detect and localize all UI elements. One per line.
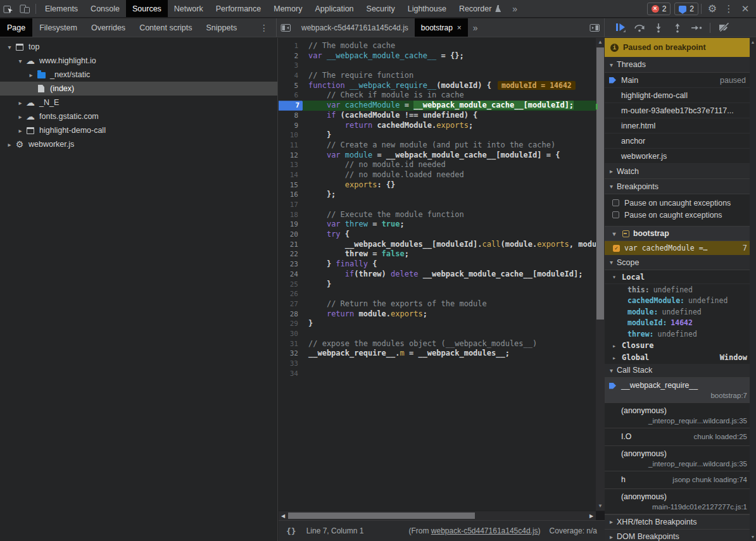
breakpoint-checkbox-icon[interactable]: ✓ <box>613 245 620 252</box>
gutter-line-3[interactable]: 3 <box>279 61 303 71</box>
editor-horizontal-scrollbar[interactable]: ◀ ▶ <box>279 511 605 520</box>
toolbar-tab-lighthouse[interactable]: Lighthouse <box>401 0 453 17</box>
twisty-right-icon[interactable]: ▸ <box>16 99 25 106</box>
step-out-button[interactable] <box>669 20 686 35</box>
toolbar-tab-performance[interactable]: Performance <box>210 0 268 17</box>
stack-frame-anonymous-interop-requir-wildcard-js-35[interactable]: (anonymous)_interop_requir...wildcard.js… <box>605 446 756 471</box>
gutter-line-11[interactable]: 11 <box>279 140 303 151</box>
gutter-line-1[interactable]: 1 <box>279 41 303 51</box>
kebab-menu-icon[interactable]: ⋮ <box>721 1 737 17</box>
twisty-right-icon[interactable]: ▸ <box>27 72 35 78</box>
gutter-line-14[interactable]: 14 <box>279 170 303 180</box>
tree-item-n-e[interactable]: ▸☁_N_E <box>0 96 277 109</box>
checkbox-icon[interactable] <box>612 211 619 218</box>
thread-highlight-demo-call[interactable]: highlight-demo-call <box>605 88 756 103</box>
toolbar-tab-memory[interactable]: Memory <box>267 0 308 17</box>
toolbar-tab-elements[interactable]: Elements <box>39 0 84 17</box>
gutter-line-8[interactable]: 8 <box>279 111 303 121</box>
gutter-line-30[interactable]: 30 <box>279 329 303 339</box>
toolbar-tab-console[interactable]: Console <box>84 0 126 17</box>
gutter-line-17[interactable]: 17 <box>279 200 303 210</box>
stack-frame-i-o-chunk-loaded-25[interactable]: I.Ochunk loaded:25 <box>605 428 756 446</box>
source-map-link[interactable]: webpack-c5d447161a145c4d.js <box>431 526 538 535</box>
thread-inner-html[interactable]: inner.html <box>605 118 756 134</box>
deactivate-breakpoints-button[interactable] <box>715 20 732 35</box>
editor-vertical-scrollbar[interactable]: ▲ ▼ <box>596 38 605 511</box>
toolbar-tab-security[interactable]: Security <box>360 0 401 17</box>
inspect-element-icon[interactable] <box>0 1 16 17</box>
scroll-down-icon[interactable]: ▼ <box>596 502 605 511</box>
device-toolbar-icon[interactable] <box>16 1 33 17</box>
close-tab-icon[interactable]: × <box>457 23 462 32</box>
vertical-scroll-thumb[interactable] <box>596 47 604 320</box>
gutter-line-13[interactable]: 13 <box>279 160 303 170</box>
scope-closure-group[interactable]: ▸ Closure <box>605 340 756 352</box>
scope-global-group[interactable]: ▸ Global Window <box>605 352 756 364</box>
scroll-up-icon[interactable]: ▲ <box>750 40 756 44</box>
thread-main[interactable]: Mainpaused <box>605 73 756 88</box>
gutter-line-31[interactable]: 31 <box>279 339 303 349</box>
issues-badge[interactable]: 2 <box>674 3 698 15</box>
gutter-line-6[interactable]: 6 <box>279 90 303 101</box>
toolbar-tab-application[interactable]: Application <box>308 0 360 17</box>
xhr-breakpoints-header[interactable]: ▸ XHR/fetch Breakpoints <box>605 514 756 530</box>
twisty-down-icon[interactable]: ▾ <box>16 58 25 65</box>
tree-item-highlight-demo-call[interactable]: ▸highlight-demo-call <box>0 123 277 137</box>
toolbar-tab-network[interactable]: Network <box>168 0 210 17</box>
gutter-line-27[interactable]: 27 <box>279 299 303 309</box>
breakpoints-section-header[interactable]: ▾ Breakpoints <box>605 179 756 194</box>
more-panels-icon[interactable]: » <box>507 4 522 14</box>
scroll-down-icon[interactable]: ▼ <box>750 535 756 539</box>
watch-section-header[interactable]: ▸ Watch <box>605 164 756 179</box>
breakpoint-file-group[interactable]: ▾ bootstrap <box>605 226 756 241</box>
gutter-line-19[interactable]: 19 <box>279 220 303 230</box>
nav-tab-snippets[interactable]: Snippets <box>199 18 244 37</box>
editor-tab-bootstrap[interactable]: bootstrap× <box>415 18 468 37</box>
pretty-print-icon[interactable]: {} <box>286 526 296 536</box>
scope-local-group[interactable]: ▾ Local <box>605 270 756 284</box>
scroll-left-icon[interactable]: ◀ <box>279 511 287 520</box>
dom-breakpoints-header[interactable]: ▸ DOM Breakpoints <box>605 530 756 541</box>
debugger-scrollbar[interactable]: ▲ ▼ <box>750 38 756 541</box>
gutter-line-22[interactable]: 22 <box>279 249 303 259</box>
gutter-line-20[interactable]: 20 <box>279 230 303 240</box>
gutter-line-12[interactable]: 12 <box>279 151 303 161</box>
thread-m-outer-93afeeb17bc37e7117[interactable]: m-outer-93afeeb17bc37e7117... <box>605 103 756 118</box>
gutter-line-9[interactable]: 9 <box>279 121 303 131</box>
editor-tab-webpack-c5d447161a145c4d-js[interactable]: webpack-c5d447161a145c4d.js <box>295 18 415 37</box>
gutter-line-18[interactable]: 18 <box>279 210 303 220</box>
gutter-line-34[interactable]: 34 <box>279 369 303 379</box>
stack-frame-anonymous-main-119dc01e2127277c-js-1[interactable]: (anonymous)main-119dc01e2127277c.js:1 <box>605 489 756 514</box>
scope-section-header[interactable]: ▾ Scope <box>605 255 756 270</box>
tree-item-next-static[interactable]: ▸_next/static <box>0 68 277 82</box>
tree-item-www-highlight-io[interactable]: ▾☁www.highlight.io <box>0 54 277 68</box>
close-devtools-icon[interactable]: ✕ <box>737 1 753 17</box>
expand-debugger-icon[interactable] <box>589 23 600 32</box>
nav-tab-filesystem[interactable]: Filesystem <box>32 18 84 37</box>
tree-item-fonts-gstatic-com[interactable]: ▸☁fonts.gstatic.com <box>0 109 277 123</box>
gutter-line-7[interactable]: 7 <box>279 101 303 111</box>
nav-tab-content-scripts[interactable]: Content scripts <box>132 18 199 37</box>
gutter-line-23[interactable]: 23 <box>279 259 303 270</box>
call-stack-section-header[interactable]: ▾ Call Stack <box>605 364 756 378</box>
gutter-line-24[interactable]: 24 <box>279 270 303 280</box>
threads-section-header[interactable]: ▾ Threads <box>605 57 756 73</box>
nav-tab-overrides[interactable]: Overrides <box>84 18 132 37</box>
navigator-kebab-icon[interactable]: ⋮ <box>256 23 272 33</box>
gutter-line-21[interactable]: 21 <box>279 240 303 250</box>
resume-script-button[interactable] <box>612 20 629 35</box>
gutter-line-10[interactable]: 10 <box>279 130 303 140</box>
tree-item-index[interactable]: (index) <box>0 82 277 96</box>
gutter-line-16[interactable]: 16 <box>279 190 303 200</box>
gutter-line-32[interactable]: 32 <box>279 349 303 359</box>
breakpoint-item[interactable]: ✓var cachedModule =…7 <box>605 241 756 255</box>
twisty-right-icon[interactable]: ▸ <box>16 113 25 120</box>
gutter-line-29[interactable]: 29 <box>279 319 303 329</box>
toolbar-tab-recorder[interactable]: Recorder <box>453 0 507 17</box>
scroll-up-icon[interactable]: ▲ <box>596 38 605 47</box>
gutter-line-2[interactable]: 2 <box>279 51 303 61</box>
collapse-navigator-icon[interactable] <box>280 23 291 32</box>
scroll-right-icon[interactable]: ▶ <box>587 511 596 520</box>
stack-frame-h-jsonp-chunk-loading-74[interactable]: hjsonp chunk loading:74 <box>605 471 756 489</box>
settings-gear-icon[interactable]: ⚙ <box>704 1 721 17</box>
